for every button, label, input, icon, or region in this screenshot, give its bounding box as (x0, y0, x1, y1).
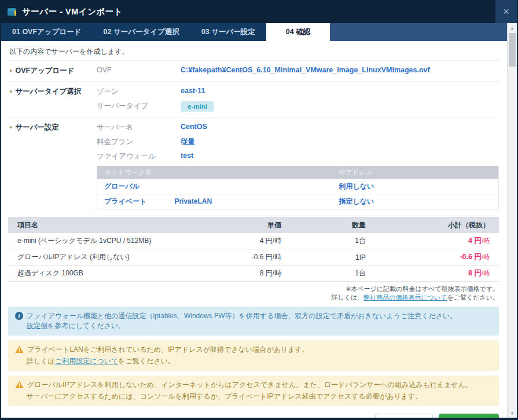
field-label-zone: ゾーン (97, 87, 181, 97)
network-col-name: ネットワーク名 (97, 168, 332, 177)
firewall-value: test (181, 152, 193, 161)
usage-settings-link[interactable]: ご利用設定について (55, 357, 118, 365)
unit-price: 8 円/時 (215, 268, 291, 278)
scrollbar-thumb[interactable] (509, 33, 516, 67)
table-row: グローバルIPアドレス (利用しない) -0.6 円/時 1IP -0.6 円/… (8, 249, 499, 266)
dialog-footer: 〈戻る キャンセル インポート (8, 410, 499, 418)
section-server-config: ●サーバー設定 サーバー名 CentOS 料金プラン 従量 ファイアウォール t (8, 117, 499, 215)
warning-text-line2: 詳しくはご利用設定についてをご覧ください。 (15, 356, 492, 366)
pricing-policy-link[interactable]: 弊社商品の価格表示について (363, 294, 447, 301)
subtotal: 4 円/時 (389, 236, 499, 246)
price-col-subtotal: 小計（税抜） (389, 220, 499, 230)
section-ovf-upload: ●OVFアップロード OVF C:¥fakepath¥CentOS_6.10_M… (8, 60, 499, 81)
network-type: プライベート (104, 197, 146, 205)
bullet-icon: ● (9, 68, 12, 73)
wizard-tabbar: 01 OVFアップロード 02 サーバータイプ選択 03 サーバー設定 04 確… (1, 23, 507, 41)
info-text-line2: 設定例を参考にしてください。 (15, 321, 492, 331)
bullet-icon: ● (9, 89, 12, 94)
price-note-line1: ※本ページに記載の料金はすべて税抜表示価格です。 (8, 285, 499, 293)
unit-price: -0.6 円/時 (215, 252, 291, 262)
item-name: グローバルIPアドレス (利用しない) (8, 252, 215, 262)
warning-text-line2: サーバーにアクセスするためには、コンソールを利用するか、プライベートIPアドレス… (15, 392, 492, 401)
field-label-plan: 料金プラン (97, 137, 181, 147)
network-type: グローバル (104, 182, 139, 190)
cancel-button[interactable]: キャンセル (375, 414, 433, 418)
field-label-server-type: サーバータイプ (97, 101, 181, 112)
confirm-panel: 以下の内容でサーバーを作成します。 ●OVFアップロード OVF C:¥fake… (1, 41, 507, 418)
table-row: 超過ディスク 100GB 8 円/時 1台 8 円/時 (8, 266, 499, 282)
field-label-firewall: ファイアウォール (97, 152, 181, 161)
tab-server-config[interactable]: 03 サーバー設定 (190, 23, 266, 41)
tab-server-type[interactable]: 02 サーバータイプ選択 (93, 23, 190, 41)
network-table-header: ネットワーク名 IPアドレス (97, 166, 498, 179)
network-ip: 利用しない (332, 182, 498, 191)
config-example-link[interactable]: 設定例 (27, 322, 47, 330)
warning-text: グローバルIPアドレスを利用しないため、インターネットからはアクセスできません。… (27, 380, 472, 390)
tab-confirm[interactable]: 04 確認 (266, 23, 330, 41)
warning-icon (15, 345, 24, 356)
warning-icon (15, 380, 24, 392)
price-note-line2: 詳しくは、弊社商品の価格表示についてをご覧ください。 (8, 293, 499, 302)
ovf-file-path: C:¥fakepath¥CentOS_6.10_Minimal_VMware_I… (181, 66, 430, 74)
tab-ovf-upload[interactable]: 01 OVFアップロード (1, 23, 93, 41)
server-icon (7, 8, 17, 16)
price-col-quantity: 数量 (291, 220, 389, 230)
network-ip: 指定しない (332, 197, 498, 207)
subtotal: 8 円/時 (389, 268, 499, 278)
dialog-title: サーバー - VMインポート (22, 6, 123, 17)
network-name: PrivateLAN (174, 197, 212, 205)
network-col-ip: IPアドレス (332, 168, 498, 177)
price-col-item: 項目名 (8, 220, 215, 230)
network-table: ネットワーク名 IPアドレス グローバル 利用しない プライベートPrivate… (97, 166, 499, 209)
plan-value: 従量 (181, 137, 195, 147)
price-note: ※本ページに記載の料金はすべて税抜表示価格です。 詳しくは、弊社商品の価格表示に… (8, 285, 499, 302)
titlebar: サーバー - VMインポート × (1, 0, 517, 23)
quantity: 1台 (291, 236, 389, 246)
info-text: ファイアウォール機能と他の通信設定（iptables、Windows FW等）を… (27, 311, 457, 321)
server-type-badge: e-mini (181, 101, 214, 112)
price-table-header: 項目名 単価 数量 小計（税抜） (8, 217, 499, 233)
field-label-server-name: サーバー名 (97, 123, 181, 132)
close-icon: × (503, 5, 509, 18)
item-name: e-mini (ベーシックモデル 1vCPU / 512MB) (8, 236, 215, 246)
import-button[interactable]: インポート (439, 414, 499, 418)
field-label-ovf: OVF (97, 66, 181, 74)
private-lan-warning: プライベートLANをご利用されているため、IPアドレスが取得できない場合がありま… (8, 340, 499, 371)
server-name-value: CentOS (181, 123, 207, 132)
back-link[interactable]: 〈戻る (9, 417, 32, 418)
section-title-server-config: ●サーバー設定 (8, 123, 97, 209)
global-ip-warning: グローバルIPアドレスを利用しないため、インターネットからはアクセスできません。… (8, 375, 499, 406)
firewall-info-notice: i ファイアウォール機能と他の通信設定（iptables、Windows FW等… (8, 307, 499, 336)
info-icon: i (15, 312, 23, 320)
warning-text: プライベートLANをご利用されているため、IPアドレスが取得できない場合がありま… (27, 345, 309, 355)
table-row: e-mini (ベーシックモデル 1vCPU / 512MB) 4 円/時 1台… (8, 233, 499, 249)
section-server-type: ●サーバータイプ選択 ゾーン east-11 サーバータイプ e-mini (8, 81, 499, 117)
item-name: 超過ディスク 100GB (8, 268, 215, 278)
table-row: グローバル 利用しない (97, 179, 498, 194)
zone-value: east-11 (181, 87, 205, 97)
unit-price: 4 円/時 (215, 236, 291, 246)
section-title-server-type: ●サーバータイプ選択 (8, 87, 97, 112)
price-table: 項目名 単価 数量 小計（税抜） e-mini (ベーシックモデル 1vCPU … (8, 217, 499, 282)
scroll-up-arrow-icon[interactable]: ▲ (508, 23, 517, 32)
price-col-unit-price: 単価 (215, 220, 291, 230)
intro-text: 以下の内容でサーバーを作成します。 (8, 45, 499, 60)
quantity: 1台 (291, 268, 389, 278)
scroll-down-arrow-icon[interactable]: ▼ (508, 408, 517, 418)
subtotal: -0.6 円/時 (389, 252, 499, 262)
close-button[interactable]: × (495, 0, 517, 23)
quantity: 1IP (291, 253, 389, 261)
table-row: プライベートPrivateLAN 指定しない (97, 194, 498, 209)
bullet-icon: ● (9, 124, 12, 130)
vm-import-dialog: サーバー - VMインポート × 01 OVFアップロード 02 サーバータイプ… (0, 0, 518, 420)
section-title-ovf: ●OVFアップロード (8, 66, 97, 76)
vertical-scrollbar[interactable]: ▲ ▼ (507, 23, 517, 418)
